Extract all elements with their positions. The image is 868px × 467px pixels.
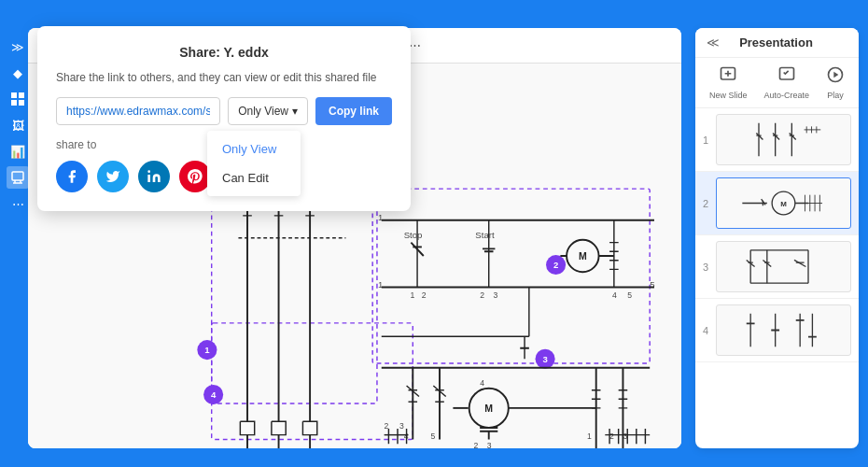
link-input[interactable] <box>56 97 220 125</box>
svg-text:Start: Start <box>475 230 495 240</box>
slide-item[interactable]: 2 M <box>695 172 859 235</box>
panel-toolbar: New Slide Auto-Create Play <box>695 58 859 108</box>
new-slide-tool[interactable]: New Slide <box>709 65 748 100</box>
sidebar-icon-more[interactable]: ⋯ <box>7 192 29 215</box>
play-label: Play <box>827 91 844 100</box>
auto-create-icon <box>777 65 796 89</box>
svg-text:3: 3 <box>399 421 404 431</box>
svg-text:1: 1 <box>204 345 210 355</box>
svg-text:3: 3 <box>542 354 547 364</box>
slide-thumbnail <box>716 304 851 356</box>
slide-item[interactable]: 4 <box>695 299 859 362</box>
svg-text:M: M <box>579 250 587 262</box>
svg-text:3: 3 <box>487 441 492 448</box>
dropdown-menu: Only View Can Edit <box>207 131 301 196</box>
svg-text:2: 2 <box>609 432 614 441</box>
svg-text:4: 4 <box>211 389 217 400</box>
play-icon <box>826 65 845 89</box>
svg-text:5: 5 <box>430 432 435 441</box>
new-slide-label: New Slide <box>709 91 748 100</box>
slide-number: 4 <box>703 325 716 336</box>
slide-item[interactable]: 1 <box>695 108 859 172</box>
left-sidebar: ≫ ◆ 🖼 📊 ⋯ <box>5 28 31 448</box>
sidebar-icon-image[interactable]: 🖼 <box>7 114 29 136</box>
twitter-share-button[interactable] <box>97 161 129 192</box>
right-panel: ≪ Presentation New Slide Auto-Create Pla… <box>695 28 859 448</box>
svg-text:2: 2 <box>480 290 484 300</box>
svg-rect-122 <box>779 68 793 80</box>
play-tool[interactable]: Play <box>826 65 845 100</box>
modal-description: Share the link to others, and they can v… <box>56 71 392 84</box>
svg-text:1: 1 <box>587 432 592 441</box>
svg-rect-0 <box>11 92 17 98</box>
svg-rect-8 <box>212 189 377 403</box>
svg-text:2: 2 <box>385 421 389 431</box>
modal-title: Share: Y. eddx <box>56 45 392 60</box>
panel-title: Presentation <box>739 35 813 50</box>
dropdown-item-only-view[interactable]: Only View <box>207 134 301 163</box>
svg-text:Stop: Stop <box>404 230 423 240</box>
slide-item[interactable]: 3 <box>695 235 859 299</box>
auto-create-tool[interactable]: Auto-Create <box>763 65 809 100</box>
slide-thumbnail <box>716 241 851 292</box>
svg-line-133 <box>790 133 796 139</box>
slide-number: 2 <box>703 198 716 209</box>
sidebar-icon-chart[interactable]: 📊 <box>7 140 29 163</box>
facebook-share-button[interactable] <box>56 161 88 192</box>
linkedin-share-button[interactable] <box>138 161 170 192</box>
view-dropdown[interactable]: Only View ▾ <box>228 97 308 125</box>
copy-link-button[interactable]: Copy link <box>315 97 392 125</box>
new-slide-icon <box>719 65 737 89</box>
svg-rect-3 <box>19 100 24 106</box>
svg-text:5: 5 <box>627 290 632 300</box>
pinterest-share-button[interactable] <box>179 161 211 192</box>
slide-number: 1 <box>703 134 716 146</box>
svg-text:2: 2 <box>553 260 558 270</box>
share-modal: Share: Y. eddx Share the link to others,… <box>37 26 411 211</box>
svg-text:4: 4 <box>612 290 617 300</box>
panel-header: ≪ Presentation <box>695 28 859 58</box>
svg-text:1: 1 <box>410 290 414 300</box>
svg-line-159 <box>794 260 805 266</box>
auto-create-label: Auto-Create <box>763 91 809 100</box>
svg-text:2: 2 <box>422 290 427 300</box>
svg-point-118 <box>147 170 150 173</box>
sidebar-icon-collapse[interactable]: ≫ <box>7 35 29 58</box>
svg-rect-2 <box>11 100 17 106</box>
svg-line-129 <box>756 133 763 139</box>
slides-area: 1 <box>695 108 859 445</box>
svg-text:3: 3 <box>494 290 498 300</box>
svg-text:4: 4 <box>480 378 484 388</box>
svg-text:2: 2 <box>473 441 478 448</box>
svg-line-131 <box>773 133 779 139</box>
sidebar-icon-shapes[interactable]: ◆ <box>7 62 29 84</box>
svg-marker-124 <box>833 72 838 78</box>
svg-rect-4 <box>12 172 23 180</box>
slide-number: 3 <box>703 262 716 273</box>
dropdown-item-can-edit[interactable]: Can Edit <box>207 163 301 192</box>
svg-text:M: M <box>484 403 493 414</box>
svg-rect-1 <box>19 92 24 98</box>
slide-thumbnail <box>716 114 851 165</box>
panel-collapse-icon[interactable]: ≪ <box>707 35 720 50</box>
sidebar-icon-presentation[interactable] <box>7 166 29 189</box>
sidebar-icon-grid[interactable] <box>7 88 29 110</box>
chevron-down-icon: ▾ <box>292 105 298 118</box>
link-row: Only View ▾ Copy link Only View Can Edit <box>56 97 392 125</box>
slide-thumbnail: M <box>716 177 851 229</box>
svg-text:M: M <box>780 200 787 208</box>
